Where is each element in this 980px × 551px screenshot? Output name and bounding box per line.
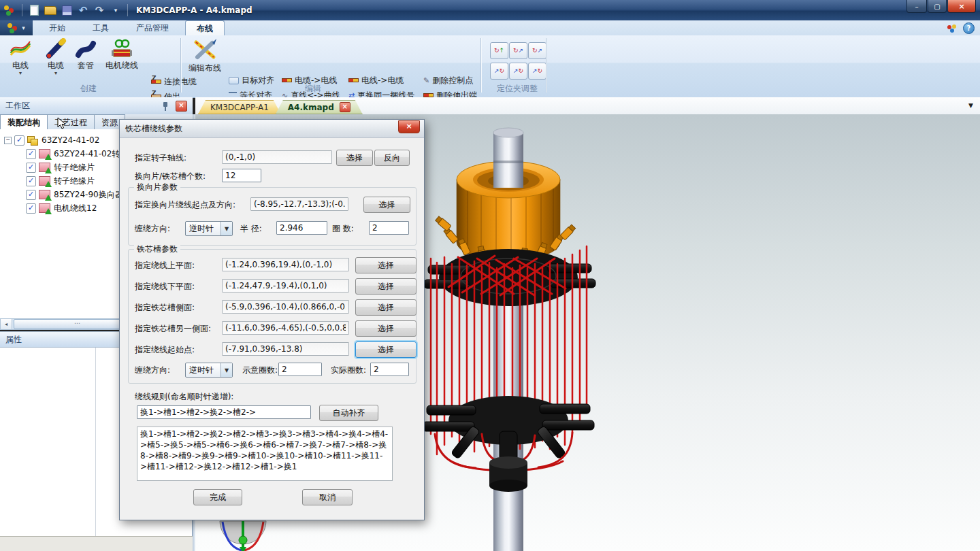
winding-rule-textarea[interactable]: 换1->槽1->槽2->换2->槽2->槽3->换3->槽3->槽4->换4->… xyxy=(137,427,393,481)
winding-rule-input[interactable] xyxy=(137,405,311,419)
maximize-button[interactable]: ▢ xyxy=(928,0,947,13)
tab-tools[interactable]: 工具 xyxy=(82,20,120,35)
tab-list-dropdown-icon[interactable]: ▼ xyxy=(968,102,973,109)
qat-dropdown-icon[interactable]: ▾ xyxy=(110,5,122,16)
dialog-title: 铁芯槽绕线参数 xyxy=(120,123,398,135)
tree-item-label[interactable]: 63ZY24-41-02转 xyxy=(54,148,120,160)
autofill-button[interactable]: 自动补齐 xyxy=(319,405,378,421)
pin-icon[interactable] xyxy=(162,101,169,111)
slot-direction-combobox[interactable]: 逆时针 ▼ xyxy=(185,363,233,378)
tree-item-label[interactable]: 85ZY24-90换向器 xyxy=(54,189,123,201)
wire-to-cable-button[interactable]: 电线->电缆 xyxy=(348,75,404,86)
wire-button[interactable]: 电线 ▾ xyxy=(5,38,35,76)
radius-input[interactable] xyxy=(276,221,327,235)
tab-routing[interactable]: 布线 xyxy=(185,20,225,36)
rotor-axis-input[interactable] xyxy=(222,150,332,164)
divider xyxy=(127,4,128,16)
winding-direction-combobox[interactable]: 逆时针 ▼ xyxy=(185,221,233,236)
assembly-icon xyxy=(27,136,38,145)
clamp-adjust-button-5[interactable]: ↗↻ xyxy=(509,63,527,80)
doc-tab-km3dcapp-a1[interactable]: KM3DCAPP-A1 xyxy=(198,100,281,114)
cancel-button[interactable]: 取消 xyxy=(302,489,353,505)
tab-start[interactable]: 开始 xyxy=(38,20,76,35)
done-button[interactable]: 完成 xyxy=(193,489,242,505)
rotor-axis-select-button[interactable]: 选择 xyxy=(336,150,373,166)
minimize-button[interactable]: – xyxy=(906,0,927,13)
start-point-input[interactable] xyxy=(222,342,349,356)
clamp-adjust-button-3[interactable]: ↻↗ xyxy=(528,42,546,59)
commutator-params-group: 换向片参数 xyxy=(128,187,416,246)
winding-direction-label: 缠绕方向: xyxy=(135,222,170,235)
cable-button[interactable]: 电缆 ▾ xyxy=(41,38,71,76)
undo-button[interactable]: ↶ xyxy=(77,5,89,16)
motor-winding-button[interactable]: 电机绕线 xyxy=(101,38,143,71)
tab-product-management[interactable]: 产品管理 xyxy=(125,20,180,35)
scroll-left-arrow[interactable]: ◂ xyxy=(1,319,12,329)
slot-other-side-select-button[interactable]: 选择 xyxy=(355,320,416,337)
edit-routing-button[interactable]: 编辑布线 xyxy=(185,38,225,74)
lower-plane-input[interactable] xyxy=(222,279,349,293)
demo-turns-label: 示意圈数: xyxy=(242,363,278,377)
checkbox-checked[interactable]: ✓ xyxy=(26,163,36,173)
start-point-select-button[interactable]: 选择 xyxy=(355,341,416,358)
segment-count-input[interactable] xyxy=(222,169,261,182)
connect-cable-button[interactable]: Z 连接电缆 xyxy=(151,76,197,87)
start-point-label: 指定绕线起始点: xyxy=(135,343,195,356)
tree-root-label[interactable]: 63ZY24-41-02 xyxy=(42,135,99,145)
save-button[interactable] xyxy=(61,5,73,16)
upper-plane-input[interactable] xyxy=(222,258,349,271)
title-bar: ↶ ↷ ▾ KM3DCAPP-A - A4.kmapd – ▢ × xyxy=(0,0,980,20)
new-document-button[interactable] xyxy=(28,5,40,16)
clamp-adjust-button-4[interactable]: ↗↻ xyxy=(490,63,508,80)
tree-item-label[interactable]: 转子绝缘片 xyxy=(54,162,95,173)
actual-turns-input[interactable] xyxy=(370,363,409,376)
target-align-button[interactable]: 目标对齐 xyxy=(229,75,274,86)
tree-item-label[interactable]: 电机绕线12 xyxy=(54,203,97,214)
slot-other-side-input[interactable] xyxy=(222,321,349,335)
clamp-adjust-button-1[interactable]: ↻↑ xyxy=(490,42,508,59)
users-icon[interactable] xyxy=(947,24,958,33)
tree-item-label[interactable]: 转子绝缘片 xyxy=(54,176,95,187)
upper-plane-select-button[interactable]: 选择 xyxy=(355,257,416,273)
close-window-button[interactable]: × xyxy=(947,0,976,13)
slot-side-input[interactable] xyxy=(222,300,349,314)
doc-tab-close-button[interactable]: × xyxy=(340,102,350,112)
create-group-label: 创建 xyxy=(48,83,129,95)
application-menu-button[interactable]: ▾ xyxy=(0,20,33,35)
edit-routing-icon xyxy=(192,38,218,61)
target-align-icon xyxy=(229,77,239,84)
delete-control-point-button[interactable]: ✎ 删除控制点 xyxy=(423,75,473,86)
dialog-title-bar[interactable]: 铁芯槽绕线参数 × xyxy=(120,120,424,138)
slot-side-select-button[interactable]: 选择 xyxy=(355,299,416,316)
sleeve-button[interactable]: 套管 xyxy=(72,38,99,71)
checkbox-checked[interactable]: ✓ xyxy=(26,203,36,214)
open-button[interactable] xyxy=(44,5,56,16)
checkbox-checked[interactable]: ✓ xyxy=(26,149,36,159)
app-icon[interactable] xyxy=(4,5,16,16)
radius-label: 半 径: xyxy=(240,222,262,235)
help-icon[interactable]: ? xyxy=(963,22,975,34)
turns-input[interactable] xyxy=(369,221,409,235)
wire-icon xyxy=(9,38,32,59)
commutator-start-select-button[interactable]: 选择 xyxy=(363,197,410,213)
checkbox-checked[interactable]: ✓ xyxy=(26,176,36,186)
shaft-top xyxy=(493,128,523,188)
rotor-axis-reverse-button[interactable]: 反向 xyxy=(374,150,410,166)
group-separator xyxy=(546,38,546,93)
lower-plane-select-button[interactable]: 选择 xyxy=(355,278,416,295)
checkbox-checked[interactable]: ✓ xyxy=(26,190,36,200)
clamp-adjust-button-6[interactable]: ↗↻ xyxy=(528,63,546,80)
workspace-close-button[interactable]: × xyxy=(176,101,187,112)
tree-expander-icon[interactable]: − xyxy=(4,137,12,144)
doc-tab-a4-kmapd[interactable]: A4.kmapd × xyxy=(276,100,363,114)
demo-turns-input[interactable] xyxy=(278,363,322,376)
checkbox-checked[interactable]: ✓ xyxy=(14,135,24,146)
commutator-start-input[interactable] xyxy=(250,197,348,211)
clamp-adjust-button-2[interactable]: ↻↗ xyxy=(509,42,527,59)
dialog-close-button[interactable]: × xyxy=(398,120,420,133)
redo-button[interactable]: ↷ xyxy=(93,5,105,16)
cable-icon xyxy=(44,38,67,59)
motor-winding-icon xyxy=(110,38,134,59)
sleeve-icon xyxy=(74,38,97,59)
ribbon: 电线 ▾ 电缆 ▾ 套管 电机绕线 xyxy=(0,35,980,98)
